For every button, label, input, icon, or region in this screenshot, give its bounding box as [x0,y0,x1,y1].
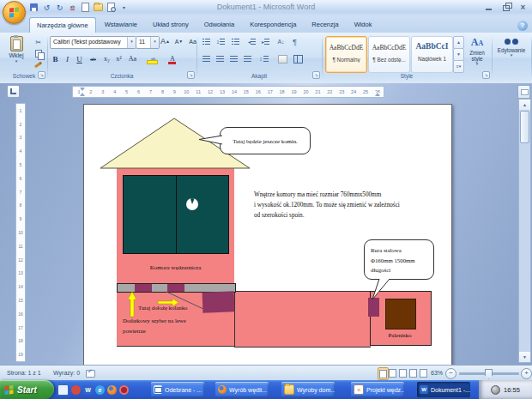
redo-icon[interactable]: ↻ [55,3,64,12]
outline-view-button[interactable] [408,367,418,378]
office-button[interactable] [3,1,26,24]
editing-button[interactable]: Edytowanie ▾ [493,33,530,57]
elbow-label[interactable]: Tutaj dołożę kolanko [138,305,188,311]
increase-indent-button[interactable]: ▸ [259,36,272,47]
quick-launch-icon-6[interactable] [119,385,129,395]
subscript-button[interactable]: x₂ [101,53,112,65]
clipboard-dialog-launcher[interactable]: ↘ [38,71,45,79]
page-indicator[interactable]: Strona: 1 z 1 [7,366,41,380]
decrease-indent-button[interactable]: ◂ [245,36,258,47]
paste-dropdown-icon[interactable]: ▾ [4,58,28,63]
underline-button[interactable]: U [74,53,85,65]
restore-button[interactable] [500,3,511,12]
zoom-slider[interactable] [459,372,519,375]
paste-button[interactable]: Wklej ▾ [4,35,28,71]
font-size-dropdown-icon[interactable]: ▾ [150,37,159,48]
zoom-slider-thumb[interactable] [485,369,493,379]
show-desktop-icon[interactable] [57,384,69,396]
close-button[interactable]: × [517,3,529,12]
proofing-status-icon[interactable] [86,369,96,378]
view-ruler-toggle-button[interactable] [517,85,530,99]
first-line-indent-marker[interactable] [80,88,85,91]
show-paragraph-marks-button[interactable]: ¶ [288,36,301,47]
help-icon[interactable]: ? [517,21,528,31]
quick-launch-icon-2[interactable] [71,385,81,395]
align-left-button[interactable] [200,53,213,64]
fullscreen-reading-view-button[interactable] [388,367,397,378]
zoom-level-label[interactable]: 63% [431,366,443,380]
internet-explorer-icon[interactable]: e [95,385,105,395]
chimney-callout-bubble[interactable]: Tutaj będzie jeszcze komin. [220,127,311,154]
new-document-icon[interactable] [81,3,90,12]
align-center-button[interactable] [214,53,227,64]
style-card-naglowek1[interactable]: AaBbCcI Nagłówek 1 [411,36,453,73]
cut-button[interactable]: ✂ [33,37,44,47]
copy-button[interactable] [33,48,44,58]
change-case-button[interactable]: Aa [127,53,138,65]
right-indent-marker[interactable] [375,93,380,96]
format-painter-button[interactable] [33,59,44,70]
customize-qat-icon[interactable]: ▾ [119,3,129,12]
font-color-button[interactable]: A [166,53,178,65]
vertical-scrollbar[interactable]: ▲ ▼ [518,99,531,363]
scroll-down-icon[interactable]: ▼ [519,352,530,362]
highlight-button[interactable]: ab [146,53,160,65]
bold-button[interactable]: B [50,53,61,65]
font-name-combo[interactable]: Calibri (Tekst podstawowy ▾ [50,36,136,49]
tab-wstawianie[interactable]: Wstawianie [98,17,144,33]
taskbar-button-odebrane[interactable]: Odebrane - ... [151,382,204,397]
tab-uklad-strony[interactable]: Układ strony [146,17,196,33]
minimize-button[interactable] [483,3,494,12]
tab-korespondencja[interactable]: Korespondencja [243,17,303,33]
spelling-grammar-icon[interactable]: ab [68,3,77,12]
grow-font-button[interactable]: A▲ [159,36,172,47]
shrink-font-button[interactable]: A▼ [172,36,185,47]
tab-stop-selector[interactable] [7,85,20,98]
scroll-up-icon[interactable]: ▲ [519,100,530,110]
undo-icon[interactable]: ↺ [42,3,51,12]
damper-label-line1[interactable]: Dodatkowy szyber na lewe [123,317,186,323]
numbering-button[interactable]: 1 [215,36,227,47]
sort-button[interactable]: A↓ [275,36,287,47]
styles-more-button[interactable]: ≡▾ [453,60,464,73]
word-count-indicator[interactable]: Wyrazy: 0 [53,366,80,380]
print-preview-icon[interactable] [106,3,116,12]
zoom-in-button[interactable]: + [521,368,532,379]
font-dialog-launcher[interactable]: ↘ [187,71,195,79]
taskbar-button-wyroby-domowe[interactable]: Wyroby dom... [281,382,335,397]
font-name-dropdown-icon[interactable]: ▾ [127,37,136,48]
strikethrough-button[interactable]: ab [88,53,99,65]
chamber-label[interactable]: Komora wędzarnicza [117,264,234,271]
styles-scroll-down-button[interactable]: ▼ [453,48,464,61]
tab-widok[interactable]: Widok [348,17,379,33]
document-paragraph[interactable]: Wnętrze komory ma mieć rozmiar 760mmx500… [254,190,438,221]
web-layout-view-button[interactable] [398,367,408,378]
line-spacing-button[interactable]: ↕ [257,53,270,64]
superscript-button[interactable]: x² [113,53,124,65]
paragraph-dialog-launcher[interactable]: ↘ [312,71,320,79]
borders-button[interactable] [292,53,305,64]
styles-scroll-up-button[interactable]: ▲ [453,36,464,49]
document-page[interactable]: Tutaj będzie jeszcze komin. Rura stalowa… [83,104,452,366]
open-icon[interactable] [94,3,103,12]
zoom-out-button[interactable]: − [445,368,456,379]
bullets-button[interactable] [200,36,213,47]
taskbar-button-projekt[interactable]: ≡ Projekt wędz... [351,382,404,397]
draft-view-button[interactable] [419,367,428,378]
justify-button[interactable] [241,53,254,64]
vertical-ruler[interactable]: 12345678910111213141516171819 [15,103,26,362]
left-indent-marker[interactable] [80,93,85,96]
tab-odwolania[interactable]: Odwołania [197,17,241,33]
style-card-bez-odstepow[interactable]: AaBbCcDdE ¶ Bez odstę... [368,36,410,73]
up-arrow-shape[interactable] [128,292,136,317]
styles-dialog-launcher[interactable]: ↘ [482,71,490,79]
taskbar-button-dokument1[interactable]: W Dokument1 -... [417,382,470,397]
tray-volume-icon[interactable] [491,385,500,395]
damper-label-line2[interactable]: powietrze [123,328,146,334]
save-icon[interactable] [29,3,39,12]
shading-button[interactable] [276,53,289,64]
taskbar-button-wyrob-wedlin[interactable]: Wyrób wędli... [215,382,269,397]
firefox-icon[interactable] [107,385,117,395]
italic-button[interactable]: I [62,53,73,65]
pipe-callout-bubble[interactable]: Rura stalowa Φ160mm 1500mm długości [364,239,434,280]
